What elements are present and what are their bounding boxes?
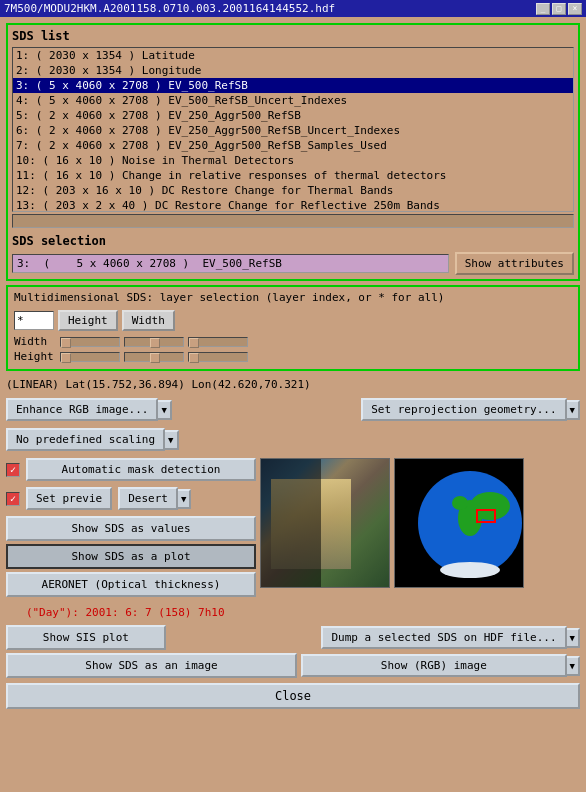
- show-values-button[interactable]: Show SDS as values: [6, 516, 256, 541]
- window-title: 7M500/MODU2HKM.A2001158.0710.003.2001164…: [4, 2, 335, 15]
- show-image-button[interactable]: Show SDS as an image: [6, 653, 297, 678]
- show-rgb-combo[interactable]: Show (RGB) image ▼: [301, 653, 580, 678]
- width-button[interactable]: Width: [122, 310, 175, 331]
- sds-selection-row: Show attributes: [12, 252, 574, 275]
- enhance-rgb-button[interactable]: Enhance RGB image...: [6, 398, 158, 421]
- height-label: Height: [14, 350, 56, 363]
- window-controls[interactable]: _ □ ×: [536, 3, 582, 15]
- timestamp-line: ("Day"): 2001: 6: 7 (158) 7h10: [6, 606, 580, 619]
- height-button[interactable]: Height: [58, 310, 118, 331]
- aeronet-button[interactable]: AERONET (Optical thickness): [6, 572, 256, 597]
- list-item[interactable]: 2: ( 2030 x 1354 ) Longitude: [13, 63, 573, 78]
- preview-area: ✓ Automatic mask detection ✓ Set previe …: [6, 458, 580, 597]
- show-attributes-button[interactable]: Show attributes: [455, 252, 574, 275]
- list-item[interactable]: 11: ( 16 x 10 ) Change in relative respo…: [13, 168, 573, 183]
- list-item[interactable]: 3: ( 5 x 4060 x 2708 ) EV_500_RefSB: [13, 78, 573, 93]
- no-scaling-arrow[interactable]: ▼: [165, 430, 178, 450]
- main-container: SDS list 1: ( 2030 x 1354 ) Latitude 2: …: [0, 17, 586, 715]
- list-item[interactable]: 13: ( 203 x 2 x 40 ) DC Restore Change f…: [13, 198, 573, 212]
- show-sis-plot-button[interactable]: Show SIS plot: [6, 625, 166, 650]
- map-thumbnail: [260, 458, 390, 597]
- list-item[interactable]: 7: ( 2 x 4060 x 2708 ) EV_250_Aggr500_Re…: [13, 138, 573, 153]
- layer-selection-panel: Multidimensional SDS: layer selection (l…: [6, 285, 580, 371]
- list-item[interactable]: 10: ( 16 x 10 ) Noise in Thermal Detecto…: [13, 153, 573, 168]
- close-button[interactable]: Close: [6, 683, 580, 709]
- sis-dump-row: Show SIS plot Dump a selected SDS on HDF…: [6, 625, 580, 650]
- dump-sds-button[interactable]: Dump a selected SDS on HDF file...: [321, 626, 566, 649]
- action-row-1: Enhance RGB image... ▼ Set reprojection …: [6, 398, 580, 421]
- svg-point-6: [440, 562, 500, 578]
- sds-list-box[interactable]: 1: ( 2030 x 1354 ) Latitude 2: ( 2030 x …: [12, 47, 574, 212]
- enhance-rgb-combo[interactable]: Enhance RGB image... ▼: [6, 398, 172, 421]
- auto-mask-row: ✓ Automatic mask detection: [6, 458, 256, 481]
- set-reprojection-button[interactable]: Set reprojection geometry...: [361, 398, 566, 421]
- width-slider-mid[interactable]: [124, 337, 184, 347]
- layer-selection-title: Multidimensional SDS: layer selection (l…: [14, 291, 572, 304]
- set-reprojection-combo[interactable]: Set reprojection geometry... ▼: [361, 398, 580, 421]
- sds-list-title: SDS list: [12, 29, 574, 43]
- height-slider-left[interactable]: [60, 352, 120, 362]
- auto-mask-checkbox[interactable]: ✓: [6, 463, 20, 477]
- list-item[interactable]: 5: ( 2 x 4060 x 2708 ) EV_250_Aggr500_Re…: [13, 108, 573, 123]
- bottom-section: Show SIS plot Dump a selected SDS on HDF…: [6, 625, 580, 709]
- list-item[interactable]: 1: ( 2030 x 1354 ) Latitude: [13, 48, 573, 63]
- action-row-2: No predefined scaling ▼: [6, 428, 580, 451]
- sds-selection-input[interactable]: [12, 254, 449, 273]
- svg-point-3: [452, 496, 468, 510]
- auto-mask-button[interactable]: Automatic mask detection: [26, 458, 256, 481]
- no-scaling-button[interactable]: No predefined scaling: [6, 428, 165, 451]
- height-slider-mid[interactable]: [124, 352, 184, 362]
- width-slider-row: Width: [14, 335, 572, 348]
- height-slider-right[interactable]: [188, 352, 248, 362]
- horizontal-scrollbar[interactable]: [12, 214, 574, 228]
- show-rgb-arrow[interactable]: ▼: [567, 656, 580, 676]
- sds-selection-title: SDS selection: [12, 234, 574, 248]
- set-preview-button[interactable]: Set previe: [26, 487, 112, 510]
- desert-button[interactable]: Desert: [118, 487, 178, 510]
- layer-index-input[interactable]: [14, 311, 54, 330]
- image-buttons-row: Show SDS as an image Show (RGB) image ▼: [6, 653, 580, 678]
- dump-sds-arrow[interactable]: ▼: [567, 628, 580, 648]
- left-controls: ✓ Automatic mask detection ✓ Set previe …: [6, 458, 256, 597]
- width-slider-left[interactable]: [60, 337, 120, 347]
- set-preview-row: ✓ Set previe Desert ▼: [6, 487, 256, 510]
- list-item[interactable]: 12: ( 203 x 16 x 10 ) DC Restore Change …: [13, 183, 573, 198]
- maximize-button[interactable]: □: [552, 3, 566, 15]
- dump-sds-combo[interactable]: Dump a selected SDS on HDF file... ▼: [321, 626, 580, 649]
- sds-list-panel: SDS list 1: ( 2030 x 1354 ) Latitude 2: …: [6, 23, 580, 281]
- globe-svg: [395, 458, 523, 588]
- coord-line: (LINEAR) Lat(15.752,36.894) Lon(42.620,7…: [6, 378, 580, 391]
- minimize-button[interactable]: _: [536, 3, 550, 15]
- set-reprojection-arrow[interactable]: ▼: [567, 400, 580, 420]
- close-window-button[interactable]: ×: [568, 3, 582, 15]
- show-plot-button[interactable]: Show SDS as a plot: [6, 544, 256, 569]
- show-rgb-button[interactable]: Show (RGB) image: [301, 654, 567, 677]
- title-bar: 7M500/MODU2HKM.A2001158.0710.003.2001164…: [0, 0, 586, 17]
- enhance-rgb-arrow[interactable]: ▼: [158, 400, 171, 420]
- width-label: Width: [14, 335, 56, 348]
- set-preview-combo[interactable]: Set previe: [26, 487, 112, 510]
- list-item[interactable]: 4: ( 5 x 4060 x 2708 ) EV_500_RefSB_Unce…: [13, 93, 573, 108]
- list-item[interactable]: 6: ( 2 x 4060 x 2708 ) EV_250_Aggr500_Re…: [13, 123, 573, 138]
- no-scaling-combo[interactable]: No predefined scaling ▼: [6, 428, 179, 451]
- desert-combo[interactable]: Desert ▼: [118, 487, 191, 510]
- satellite-image: [260, 458, 390, 588]
- width-slider-right[interactable]: [188, 337, 248, 347]
- height-slider-row: Height: [14, 350, 572, 363]
- globe-image: [394, 458, 524, 588]
- set-preview-checkbox[interactable]: ✓: [6, 492, 20, 506]
- desert-arrow[interactable]: ▼: [178, 489, 191, 509]
- layer-inputs-row: Height Width: [14, 310, 572, 331]
